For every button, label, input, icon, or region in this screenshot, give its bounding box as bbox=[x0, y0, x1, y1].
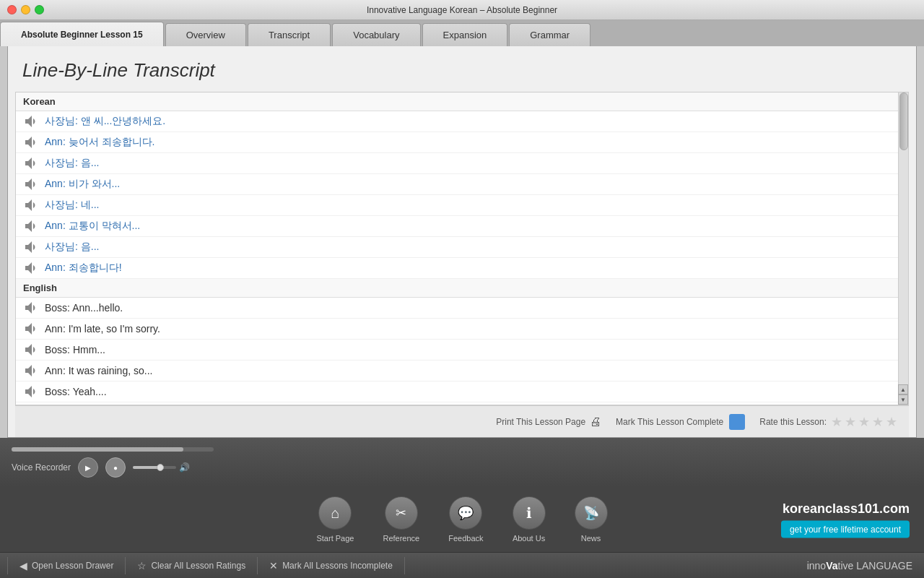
get-account-button[interactable]: get your free lifetime account bbox=[781, 521, 910, 538]
startpage-icon: ⌂ bbox=[318, 496, 352, 530]
transcript-table: Korean 사장님: 앤 씨...안녕하세요. Ann: 늦어서 죄송합니다. bbox=[15, 92, 909, 405]
star-4[interactable]: ★ bbox=[872, 414, 884, 430]
page-title: Line-By-Line Transcript bbox=[8, 46, 916, 92]
stop-button[interactable]: ● bbox=[105, 457, 126, 478]
english-line-1: Boss: Ann...hello. bbox=[45, 302, 123, 314]
volume-thumb[interactable] bbox=[157, 464, 164, 471]
star-icon: ☆ bbox=[137, 560, 147, 571]
table-row: 사장님: 음... bbox=[16, 153, 898, 174]
speaker-icon[interactable] bbox=[23, 363, 38, 378]
korean-line-8: Ann: 죄송합니다! bbox=[45, 262, 122, 275]
english-line-5: Boss: Yeah.... bbox=[45, 386, 107, 397]
progress-track[interactable] bbox=[12, 447, 214, 452]
tab-overview[interactable]: Overview bbox=[165, 23, 246, 46]
english-line-2: Ann: I'm late, so I'm sorry. bbox=[45, 323, 160, 335]
speaker-icon[interactable] bbox=[23, 301, 38, 315]
progress-bar-container: Voice Recorder ▶ ● 🔊 bbox=[12, 447, 228, 478]
table-row: 사장님: 앤 씨...안녕하세요. bbox=[16, 111, 898, 132]
nav-item-aboutus[interactable]: ℹ About Us bbox=[498, 491, 560, 548]
table-row: Ann: 교통이 막혀서... bbox=[16, 216, 898, 237]
minimize-button[interactable] bbox=[21, 5, 30, 14]
table-row: Boss: Yeah.... bbox=[16, 381, 898, 402]
star-5[interactable]: ★ bbox=[886, 414, 897, 430]
tab-transcript[interactable]: Transcript bbox=[248, 23, 331, 46]
table-row: Ann: 늦어서 죄송합니다. bbox=[16, 132, 898, 153]
korean-line-5: 사장님: 네... bbox=[45, 199, 99, 212]
mark-incomplete-label: Mark All Lessons Incomplete bbox=[282, 561, 393, 571]
content-area: Line-By-Line Transcript Korean 사장님: 앤 씨.… bbox=[7, 46, 917, 438]
status-bar: ◀ Open Lesson Drawer ☆ Clear All Lesson … bbox=[0, 552, 924, 578]
korean-line-6: Ann: 교통이 막혀서... bbox=[45, 220, 140, 233]
tab-grammar[interactable]: Grammar bbox=[509, 23, 590, 46]
scrollbar-thumb[interactable] bbox=[899, 92, 908, 150]
close-button[interactable] bbox=[7, 5, 17, 14]
voice-recorder-section: Voice Recorder ▶ ● 🔊 bbox=[12, 457, 228, 478]
nav-label-news: News bbox=[581, 534, 601, 543]
tab-lesson[interactable]: Absolute Beginner Lesson 15 bbox=[0, 22, 164, 46]
maximize-button[interactable] bbox=[35, 5, 44, 14]
brand-name-text: koreanclass101.com bbox=[783, 501, 910, 516]
nav-item-startpage[interactable]: ⌂ Start Page bbox=[302, 491, 368, 548]
window-controls bbox=[7, 5, 44, 14]
tab-bar: Absolute Beginner Lesson 15 Overview Tra… bbox=[0, 20, 924, 46]
rate-label: Rate this Lesson: bbox=[759, 417, 827, 427]
transcript-content: Korean 사장님: 앤 씨...안녕하세요. Ann: 늦어서 죄송합니다. bbox=[16, 92, 908, 405]
mark-incomplete-button[interactable]: ✕ Mark All Lessons Incomplete bbox=[258, 557, 405, 574]
nav-item-feedback[interactable]: 💬 Feedback bbox=[434, 491, 497, 548]
printer-icon: 🖨 bbox=[590, 415, 601, 428]
print-label: Print This Lesson Page bbox=[496, 417, 585, 427]
mark-complete-button[interactable]: Mark This Lesson Complete bbox=[616, 414, 745, 430]
aboutus-icon: ℹ bbox=[513, 496, 546, 530]
korean-line-3: 사장님: 음... bbox=[45, 157, 99, 170]
star-rating[interactable]: ★ ★ ★ ★ ★ bbox=[831, 414, 897, 430]
window-title: Innovative Language Korean – Absolute Be… bbox=[367, 5, 557, 15]
brand-area: koreanclass101.com get your free lifetim… bbox=[781, 501, 910, 538]
clear-ratings-label: Clear All Lesson Ratings bbox=[151, 561, 245, 571]
english-line-4: Ann: It was raining, so... bbox=[45, 365, 152, 376]
print-button[interactable]: Print This Lesson Page 🖨 bbox=[496, 415, 601, 428]
speaker-icon[interactable] bbox=[23, 177, 38, 191]
play-button[interactable]: ▶ bbox=[78, 457, 98, 478]
scroll-up-arrow[interactable]: ▲ bbox=[898, 384, 908, 394]
speaker-icon[interactable] bbox=[23, 219, 38, 233]
speaker-icon[interactable] bbox=[23, 342, 38, 357]
clear-ratings-button[interactable]: ☆ Clear All Lesson Ratings bbox=[126, 557, 258, 574]
x-icon: ✕ bbox=[269, 560, 278, 571]
speaker-icon[interactable] bbox=[23, 156, 38, 171]
drawer-icon: ◀ bbox=[19, 560, 27, 571]
volume-track[interactable] bbox=[133, 466, 176, 469]
table-row: Ann: I'm late, so I'm sorry. bbox=[16, 319, 898, 340]
korean-line-4: Ann: 비가 와서... bbox=[45, 178, 120, 191]
speaker-icon[interactable] bbox=[23, 114, 38, 129]
speaker-icon[interactable] bbox=[23, 240, 38, 254]
nav-item-news[interactable]: 📡 News bbox=[560, 491, 622, 548]
table-row: 사장님: 음... bbox=[16, 237, 898, 258]
star-1[interactable]: ★ bbox=[831, 414, 842, 430]
tab-expansion[interactable]: Expansion bbox=[422, 23, 508, 46]
scroll-arrows: ▲ ▼ bbox=[898, 384, 908, 405]
speaker-icon[interactable] bbox=[23, 198, 38, 212]
mark-complete-label: Mark This Lesson Complete bbox=[616, 417, 723, 427]
scroll-down-arrow[interactable]: ▼ bbox=[898, 394, 908, 405]
tab-vocabulary[interactable]: Vocabulary bbox=[332, 23, 420, 46]
complete-checkbox[interactable] bbox=[729, 414, 745, 430]
nav-label-startpage: Start Page bbox=[316, 534, 354, 543]
speaker-icon[interactable] bbox=[23, 322, 38, 336]
korean-line-1: 사장님: 앤 씨...안녕하세요. bbox=[45, 115, 165, 128]
speaker-icon[interactable] bbox=[23, 384, 38, 399]
open-drawer-label: Open Lesson Drawer bbox=[32, 561, 113, 571]
volume-control: 🔊 bbox=[133, 462, 190, 473]
feedback-icon: 💬 bbox=[449, 496, 482, 530]
nav-label-feedback: Feedback bbox=[448, 534, 483, 543]
scrollbar-track[interactable]: ▲ ▼ bbox=[898, 92, 908, 405]
speaker-icon[interactable] bbox=[23, 261, 38, 275]
brand-name: koreanclass101.com bbox=[783, 501, 910, 517]
nav-item-reference[interactable]: ✂ Reference bbox=[368, 491, 434, 548]
rate-section: Rate this Lesson: ★ ★ ★ ★ ★ bbox=[759, 414, 897, 430]
star-3[interactable]: ★ bbox=[858, 414, 870, 430]
volume-fill bbox=[133, 466, 159, 469]
speaker-icon[interactable] bbox=[23, 135, 38, 150]
news-icon: 📡 bbox=[575, 496, 608, 530]
star-2[interactable]: ★ bbox=[845, 414, 856, 430]
open-lesson-drawer-button[interactable]: ◀ Open Lesson Drawer bbox=[7, 557, 126, 574]
